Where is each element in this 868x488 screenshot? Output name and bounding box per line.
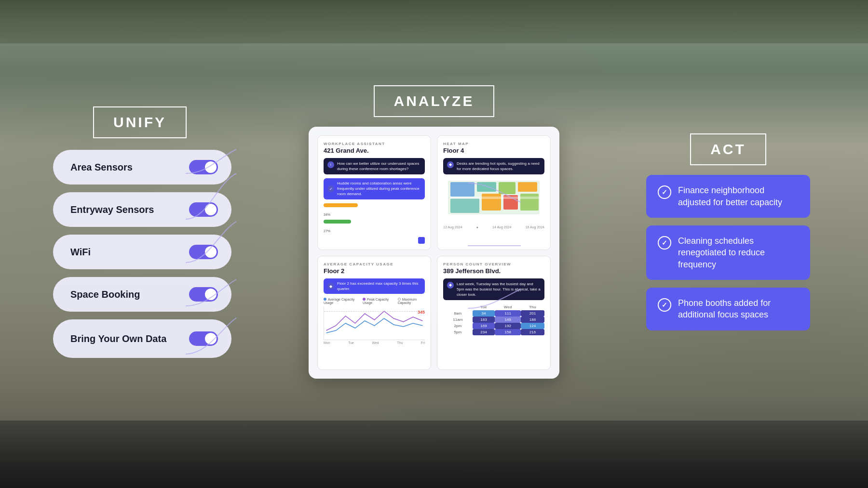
- heatmap-svg: [443, 178, 544, 222]
- three-col-layout: UNIFY Area Sensors Entryway Sensors WiFi…: [48, 85, 820, 379]
- toggle-switch-wifi[interactable]: [189, 245, 218, 259]
- cap-legend-avg: Average Capacity Usage: [324, 298, 358, 304]
- pc-wed-5pm: 158: [495, 329, 521, 335]
- pc-alert-icon: ◆: [447, 282, 454, 289]
- toggle-label-space-booking: Space Booking: [70, 289, 140, 300]
- cap-peak-value: 345: [418, 310, 425, 315]
- analyze-label: ANALYZE: [374, 85, 495, 117]
- col-analyze: ANALYZE WORKPLACE ASSISTANT 421 Grand Av…: [309, 85, 559, 379]
- wa-address: 421 Grand Ave.: [324, 147, 425, 154]
- hm-alert: ◆ Desks are trending hot spots, suggesti…: [443, 158, 544, 174]
- col-unify: UNIFY Area Sensors Entryway Sensors WiFi…: [48, 106, 231, 358]
- cap-tag: AVERAGE CAPACITY USAGE: [324, 262, 425, 266]
- cap-title: Floor 2: [324, 267, 425, 275]
- widget-heatmap: HEAT MAP Floor 4 ◆ Desks are trending ho…: [437, 135, 551, 250]
- pc-row-8am: 8am 34 111 201: [443, 310, 544, 317]
- pc-tue-8am: 34: [473, 310, 495, 317]
- cap-chart: 345: [324, 306, 425, 340]
- pc-time-11am: 11am: [443, 317, 473, 323]
- pc-table-header-row: Tue Wed Thu: [443, 304, 544, 310]
- act-card-finance: Finance neighborhood adjusted for better…: [646, 175, 810, 218]
- hm-date2: 14 Aug 2024: [492, 225, 511, 229]
- pc-thu-5pm: 216: [521, 329, 544, 335]
- hm-alert-icon: ◆: [447, 161, 454, 168]
- svg-rect-5: [450, 198, 479, 213]
- svg-rect-4: [518, 182, 537, 192]
- wa-bar2-container: 27%: [324, 220, 425, 234]
- col-act: ACT Finance neighborhood adjusted for be…: [637, 133, 820, 330]
- act-check-cleaning: [658, 236, 671, 250]
- toggle-label-entryway-sensors: Entryway Sensors: [70, 204, 154, 215]
- svg-rect-8: [520, 194, 539, 211]
- wa-bar1-container: 34%: [324, 203, 425, 218]
- unify-label: UNIFY: [93, 106, 187, 138]
- wa-insight-text: Huddle rooms and collaboration areas wer…: [337, 181, 421, 197]
- wa-alert: i How can we better utilize our underuse…: [324, 158, 425, 174]
- cap-legend: Average Capacity Usage Peak Capacity Usa…: [324, 298, 425, 304]
- pc-th-thu: Thu: [521, 304, 544, 310]
- toggle-item-entryway-sensors[interactable]: Entryway Sensors: [53, 192, 231, 227]
- svg-rect-2: [477, 182, 496, 192]
- pc-row-11am: 11am 183 149 188: [443, 317, 544, 323]
- svg-rect-9: [450, 197, 540, 199]
- toggle-item-area-sensors[interactable]: Area Sensors: [53, 150, 231, 185]
- pc-thu-2pm: 124: [521, 323, 544, 329]
- wa-insight-icon: ✓: [327, 185, 334, 192]
- toggle-switch-byod[interactable]: [189, 331, 218, 346]
- cap-day-fri: Fri: [421, 341, 425, 344]
- svg-rect-3: [499, 182, 515, 194]
- svg-rect-1: [450, 182, 475, 197]
- toggle-label-byod: Bring Your Own Data: [70, 333, 166, 344]
- pc-alert-text: Last week, Tuesday was the busiest day a…: [457, 281, 541, 298]
- wa-tag: WORKPLACE ASSISTANT: [324, 142, 425, 146]
- hm-tag: HEAT MAP: [443, 142, 544, 146]
- hm-title: Floor 4: [443, 147, 544, 154]
- wa-footer: [324, 237, 425, 244]
- pc-row-2pm: 2pm 169 192 124: [443, 323, 544, 329]
- act-text-phone: Phone booths added for additional focus …: [678, 297, 799, 321]
- cap-day-mon: Mon: [324, 341, 330, 344]
- act-label: ACT: [690, 133, 766, 165]
- toggle-item-wifi[interactable]: WiFi: [53, 235, 231, 269]
- cap-alert-text: Floor 2 has exceeded max capacity 3 time…: [337, 281, 421, 291]
- widget-person-count: PERSON COUNT OVERVIEW 389 Jefferson Blvd…: [437, 256, 551, 370]
- toggle-label-area-sensors: Area Sensors: [70, 161, 133, 173]
- toggle-switch-space-booking[interactable]: [189, 287, 218, 302]
- wa-bar1: [324, 203, 358, 207]
- pc-th-wed: Wed: [495, 304, 521, 310]
- toggle-item-space-booking[interactable]: Space Booking: [53, 277, 231, 312]
- cap-day-tue: Tue: [348, 341, 354, 344]
- pc-thu-8am: 201: [521, 310, 544, 317]
- pc-wed-8am: 111: [495, 310, 521, 317]
- hm-dot: ●: [476, 225, 478, 229]
- act-text-finance: Finance neighborhood adjusted for better…: [678, 185, 799, 208]
- hm-alert-text: Desks are trending hot spots, suggesting…: [457, 161, 541, 171]
- cap-alert: ◆ Floor 2 has exceeded max capacity 3 ti…: [324, 278, 425, 294]
- cap-legend-max: Maximum Capacity: [398, 298, 425, 304]
- widget-capacity: AVERAGE CAPACITY USAGE Floor 2 ◆ Floor 2…: [317, 256, 431, 370]
- toggle-item-byod[interactable]: Bring Your Own Data: [53, 319, 231, 358]
- wa-alert-icon: i: [327, 161, 334, 168]
- cap-dashed-line: [324, 311, 425, 312]
- main-container: UNIFY Area Sensors Entryway Sensors WiFi…: [0, 43, 868, 421]
- hm-date3: 16 Aug 2024: [526, 225, 544, 229]
- hm-date1: 12 Aug 2024: [443, 225, 462, 229]
- bottom-bar: [0, 421, 868, 488]
- pc-alert: ◆ Last week, Tuesday was the busiest day…: [443, 278, 544, 301]
- pc-th-tue: Tue: [473, 304, 495, 310]
- toggle-switch-entryway-sensors[interactable]: [189, 202, 218, 217]
- pc-title: 389 Jefferson Blvd.: [443, 267, 544, 275]
- pc-table: Tue Wed Thu 8am 34 111 201: [443, 304, 544, 335]
- toggle-switch-area-sensors[interactable]: [189, 160, 218, 174]
- toggle-label-wifi: WiFi: [70, 246, 91, 258]
- cap-day-thu: Thu: [397, 341, 403, 344]
- toggle-list: Area Sensors Entryway Sensors WiFi Space…: [48, 150, 231, 358]
- pc-tue-2pm: 169: [473, 323, 495, 329]
- cap-chart-labels: Mon Tue Wed Thu Fri: [324, 341, 425, 344]
- pc-tag: PERSON COUNT OVERVIEW: [443, 262, 544, 266]
- cap-legend-peak: Peak Capacity Usage: [363, 298, 393, 304]
- act-check-finance: [658, 185, 671, 199]
- act-cards: Finance neighborhood adjusted for better…: [646, 175, 810, 330]
- pc-time-2pm: 2pm: [443, 323, 473, 329]
- widget-workplace-assistant: WORKPLACE ASSISTANT 421 Grand Ave. i How…: [317, 135, 431, 250]
